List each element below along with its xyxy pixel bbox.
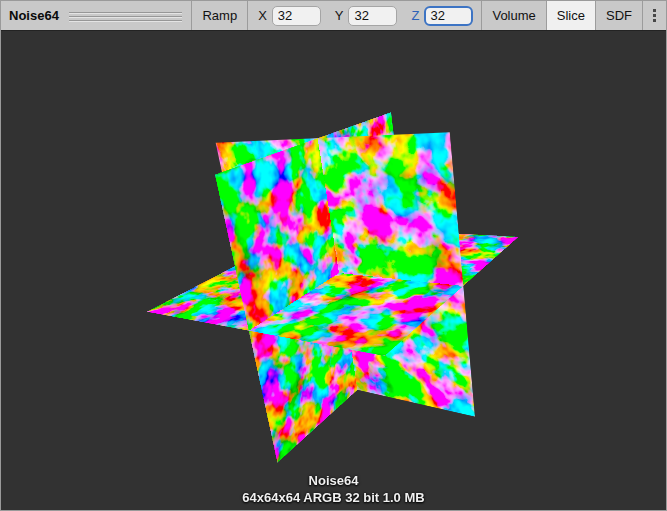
more-menu-icon[interactable] (643, 1, 666, 30)
x-slice-field-group: X (258, 6, 321, 26)
texture-preview-window: Noise64 Ramp X Y Z Volume Slice SDF (0, 0, 667, 511)
x-slice-input[interactable] (272, 6, 321, 26)
z-slice-input[interactable] (424, 6, 473, 26)
mode-button-slice[interactable]: Slice (547, 1, 595, 30)
ramp-button[interactable]: Ramp (192, 1, 247, 30)
preview-toolbar: Noise64 Ramp X Y Z Volume Slice SDF (1, 1, 666, 31)
y-slice-input[interactable] (348, 6, 397, 26)
y-field-label: Y (335, 8, 344, 23)
preview-drag-handle[interactable] (69, 10, 183, 22)
preview-canvas[interactable]: Noise64 64x64x64 ARGB 32 bit 1.0 MB (1, 31, 666, 511)
mode-button-volume[interactable]: Volume (482, 1, 545, 30)
y-slice-field-group: Y (335, 6, 398, 26)
z-slice-field-group: Z (411, 6, 473, 26)
mode-button-sdf[interactable]: SDF (596, 1, 642, 30)
x-field-label: X (258, 8, 267, 23)
preview-title: Noise64 (1, 8, 59, 23)
toolbar-separator (247, 1, 248, 30)
preview-viewport[interactable] (1, 31, 666, 511)
z-field-label: Z (411, 8, 419, 23)
